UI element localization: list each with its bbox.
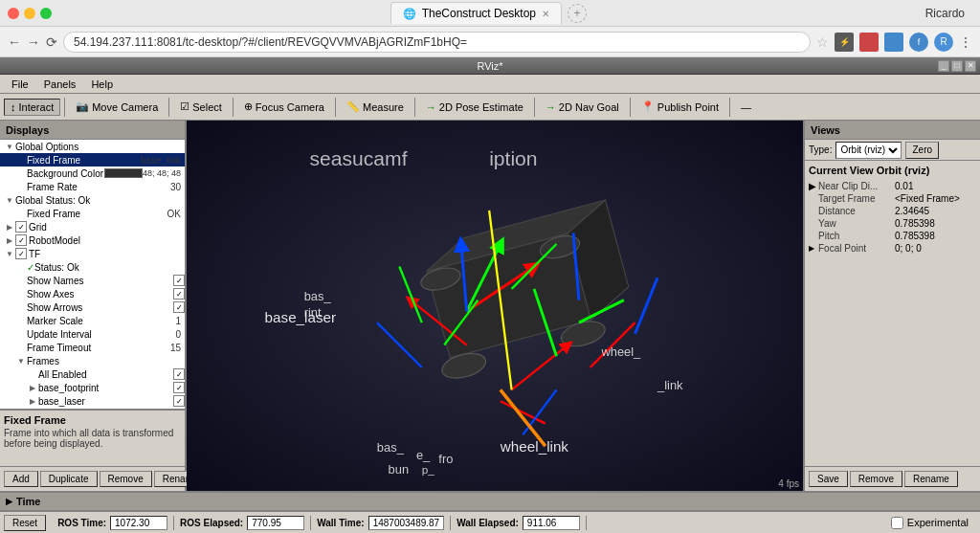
tab-close-icon[interactable]: ✕ bbox=[542, 9, 549, 19]
interact-label: Interact bbox=[19, 101, 55, 113]
save-view-button[interactable]: Save bbox=[809, 471, 848, 487]
menu-help[interactable]: Help bbox=[83, 77, 121, 92]
frame-base-footprint[interactable]: ▶ base_footprint ✓ bbox=[0, 381, 185, 394]
3d-viewport[interactable]: seasucamf iption bbox=[187, 121, 803, 491]
show-axes-row[interactable]: Show Axes ✓ bbox=[0, 287, 185, 300]
all-enabled-cb[interactable]: ✓ bbox=[173, 368, 185, 380]
global-options-label: Global Options bbox=[15, 142, 185, 152]
select-button[interactable]: ☑ Select bbox=[173, 98, 229, 116]
gs-fixed-frame-row[interactable]: Fixed Frame OK bbox=[0, 207, 185, 220]
browser-tab[interactable]: 🌐 TheConstruct Desktop ✕ bbox=[390, 2, 562, 24]
traffic-lights bbox=[8, 8, 52, 19]
time-panel-title: Time bbox=[16, 496, 40, 507]
bookmark-icon[interactable]: ☆ bbox=[816, 34, 829, 50]
reset-button[interactable]: Reset bbox=[4, 515, 46, 531]
measure-button[interactable]: 📏 Measure bbox=[340, 98, 411, 116]
remove-view-button[interactable]: Remove bbox=[850, 471, 902, 487]
minimize-button[interactable] bbox=[24, 8, 35, 19]
move-camera-button[interactable]: 📷 Move Camera bbox=[69, 98, 165, 116]
grid-expand[interactable]: ▶ bbox=[4, 221, 15, 233]
rviz-maximize-btn[interactable]: □ bbox=[951, 60, 963, 72]
bf-cb[interactable]: ✓ bbox=[173, 382, 185, 393]
duplicate-button[interactable]: Duplicate bbox=[40, 471, 98, 487]
pose-estimate-button[interactable]: → 2D Pose Estimate bbox=[419, 99, 530, 116]
frame-timeout-row[interactable]: Frame Timeout 15 bbox=[0, 341, 185, 354]
fixed-frame-row[interactable]: Fixed Frame base_link bbox=[0, 153, 185, 167]
cv-type: Orbit (rviz) bbox=[877, 165, 930, 176]
grid-checkbox[interactable]: ✓ bbox=[15, 221, 27, 233]
frame-base-laser[interactable]: ▶ base_laser ✓ bbox=[0, 394, 185, 408]
frames-expand[interactable]: ▼ bbox=[15, 355, 27, 366]
global-status-row[interactable]: ▼ Global Status: Ok bbox=[0, 193, 185, 207]
forward-button[interactable]: → bbox=[27, 34, 40, 50]
cv-focal-point: ▶ Focal Point 0; 0; 0 bbox=[809, 242, 976, 255]
remove-button[interactable]: Remove bbox=[100, 471, 152, 487]
extra-button[interactable]: — bbox=[734, 99, 758, 116]
rm-checkbox[interactable]: ✓ bbox=[15, 234, 27, 246]
show-arrows-row[interactable]: Show Arrows ✓ bbox=[0, 300, 185, 314]
svg-point-3 bbox=[439, 349, 488, 383]
view-type-select[interactable]: Orbit (rviz) bbox=[835, 142, 902, 159]
all-enabled-row[interactable]: All Enabled ✓ bbox=[0, 367, 185, 381]
tf-expand[interactable]: ▼ bbox=[4, 248, 15, 259]
svg-text:wheel_: wheel_ bbox=[600, 344, 641, 359]
toolbar-sep-4 bbox=[335, 98, 336, 117]
new-tab-button[interactable]: + bbox=[568, 4, 587, 23]
global-options-expand[interactable]: ▼ bbox=[4, 141, 15, 152]
frame-rate-value: 30 bbox=[170, 182, 185, 192]
bl-cb[interactable]: ✓ bbox=[173, 395, 185, 407]
menu-file[interactable]: File bbox=[4, 77, 36, 92]
menu-icon[interactable]: ⋮ bbox=[959, 34, 972, 50]
ft-expand bbox=[15, 342, 27, 353]
pitch-value: 0.785398 bbox=[895, 231, 976, 241]
rviz-close-btn[interactable]: ✕ bbox=[965, 60, 976, 72]
rm-expand[interactable]: ▶ bbox=[4, 234, 15, 246]
robot-model-row[interactable]: ▶ ✓ RobotModel bbox=[0, 233, 185, 247]
zero-button[interactable]: Zero bbox=[905, 142, 939, 159]
ext3-icon bbox=[884, 33, 903, 52]
interact-button[interactable]: ↕ Interact bbox=[4, 99, 60, 116]
rviz-minimize-btn[interactable]: _ bbox=[938, 60, 949, 72]
refresh-button[interactable]: ⟳ bbox=[46, 34, 57, 50]
fixed-frame-value: base_link bbox=[141, 155, 185, 166]
show-names-row[interactable]: Show Names ✓ bbox=[0, 274, 185, 287]
nav-goal-button[interactable]: → 2D Nav Goal bbox=[539, 99, 626, 116]
bf-expand[interactable]: ▶ bbox=[27, 382, 38, 393]
add-button[interactable]: Add bbox=[4, 471, 38, 487]
maximize-button[interactable] bbox=[40, 8, 52, 19]
marker-scale-row[interactable]: Marker Scale 1 bbox=[0, 314, 185, 327]
tf-checkbox[interactable]: ✓ bbox=[15, 248, 27, 259]
fp-exp[interactable]: ▶ bbox=[809, 244, 818, 253]
grid-label: Grid bbox=[27, 222, 185, 233]
publish-point-button[interactable]: 📍 Publish Point bbox=[635, 98, 725, 116]
dist-value: 2.34645 bbox=[895, 206, 976, 216]
time-panel-header[interactable]: ▶ Time bbox=[0, 491, 980, 510]
overlay-text-2: iption bbox=[489, 147, 537, 169]
show-names-cb[interactable]: ✓ bbox=[173, 275, 185, 286]
frame-rate-row[interactable]: Frame Rate 30 bbox=[0, 180, 185, 193]
close-button[interactable] bbox=[8, 8, 19, 19]
frames-row[interactable]: ▼ Frames bbox=[0, 354, 185, 367]
address-bar[interactable] bbox=[63, 32, 811, 53]
dist-label: Distance bbox=[818, 206, 895, 216]
description-panel: Fixed Frame Frame into which all data is… bbox=[0, 409, 185, 466]
browser-toolbar: ← → ⟳ ☆ ⚡ f R ⋮ bbox=[0, 27, 980, 57]
back-button[interactable]: ← bbox=[8, 34, 21, 50]
rename-view-button[interactable]: Rename bbox=[904, 471, 958, 487]
grid-row[interactable]: ▶ ✓ Grid bbox=[0, 220, 185, 233]
menu-panels[interactable]: Panels bbox=[36, 77, 84, 92]
pitch-label: Pitch bbox=[818, 231, 895, 241]
gs-expand[interactable]: ▼ bbox=[4, 194, 15, 206]
bg-color-row[interactable]: Background Color 48; 48; 48 bbox=[0, 167, 185, 180]
experimental-checkbox[interactable] bbox=[891, 517, 903, 529]
focus-camera-button[interactable]: ⊕ Focus Camera bbox=[237, 98, 331, 116]
svg-text:p_: p_ bbox=[422, 463, 435, 476]
tf-value: <Fixed Frame> bbox=[895, 193, 976, 204]
show-axes-cb[interactable]: ✓ bbox=[173, 288, 185, 300]
bl-expand[interactable]: ▶ bbox=[27, 395, 38, 407]
svg-text:bun: bun bbox=[389, 462, 410, 477]
show-arrows-cb[interactable]: ✓ bbox=[173, 301, 185, 313]
update-interval-row[interactable]: Update Interval 0 bbox=[0, 327, 185, 341]
tf-row[interactable]: ▼ ✓ TF bbox=[0, 247, 185, 260]
global-options-row[interactable]: ▼ Global Options bbox=[0, 140, 185, 153]
